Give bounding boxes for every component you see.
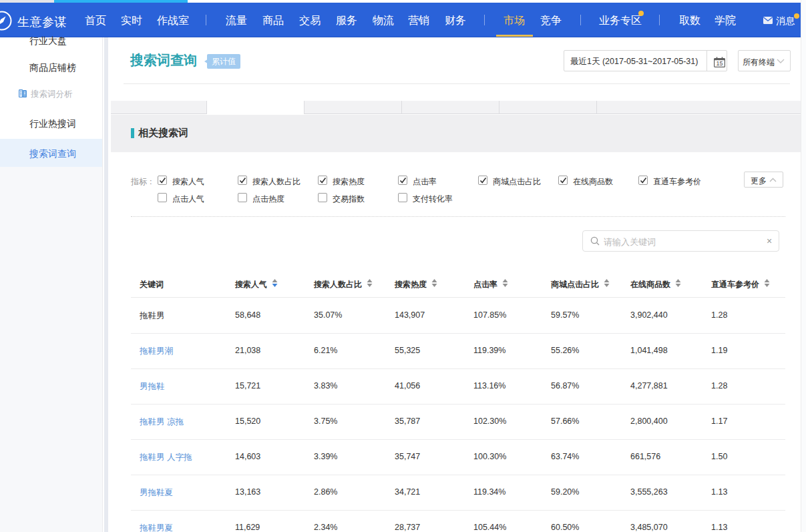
- svg-text:15: 15: [716, 60, 723, 67]
